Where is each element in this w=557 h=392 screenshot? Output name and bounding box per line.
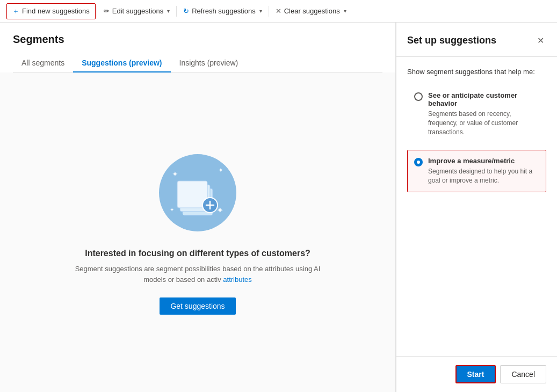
side-panel-body: Show segment suggestions that help me: S… xyxy=(396,57,557,356)
radio-improve-metric[interactable] xyxy=(414,158,423,166)
tab-insights-preview[interactable]: Insights (preview) xyxy=(171,54,247,72)
clear-label: Clear suggestions xyxy=(284,7,340,15)
separator-2 xyxy=(176,6,177,17)
option-content-customer-behavior: See or anticipate customer behavior Segm… xyxy=(428,91,539,136)
page-title: Segments xyxy=(13,33,382,46)
svg-text:✦: ✦ xyxy=(218,166,223,174)
svg-text:✦: ✦ xyxy=(172,170,178,178)
left-panel: Segments All segments Suggestions (previ… xyxy=(0,23,396,392)
main-layout: Segments All segments Suggestions (previ… xyxy=(0,23,557,392)
segments-illustration: ✦ ✦ ✦ ✦ xyxy=(155,150,241,236)
content-link[interactable]: attributes xyxy=(223,275,251,284)
cancel-button[interactable]: Cancel xyxy=(500,365,546,383)
side-panel: Set up suggestions ✕ Show segment sugges… xyxy=(396,23,557,392)
refresh-chevron-icon: ▾ xyxy=(259,8,262,14)
edit-suggestions-button[interactable]: ✏ Edit suggestions ▾ xyxy=(98,4,175,18)
refresh-suggestions-button[interactable]: ↻ Refresh suggestions ▾ xyxy=(178,4,267,18)
option-title-improve-metric: Improve a measure/metric xyxy=(428,157,539,165)
option-desc-improve-metric: Segments designed to help you hit a goal… xyxy=(428,167,539,185)
clear-suggestions-button[interactable]: ✕ Clear suggestions ▾ xyxy=(270,4,352,18)
get-suggestions-button[interactable]: Get suggestions xyxy=(160,297,235,315)
content-title: Interested in focusing on different type… xyxy=(85,249,310,258)
separator-1 xyxy=(97,6,97,17)
plus-icon: ＋ xyxy=(12,6,19,16)
tab-suggestions-preview[interactable]: Suggestions (preview) xyxy=(73,54,170,72)
refresh-label: Refresh suggestions xyxy=(192,7,256,15)
option-customer-behavior[interactable]: See or anticipate customer behavior Segm… xyxy=(407,84,546,143)
option-title-customer-behavior: See or anticipate customer behavior xyxy=(428,91,539,107)
clear-chevron-icon: ▾ xyxy=(344,8,346,14)
side-panel-header: Set up suggestions ✕ xyxy=(396,23,557,57)
side-panel-footer: Start Cancel xyxy=(396,356,557,392)
find-new-suggestions-button[interactable]: ＋ Find new suggestions xyxy=(6,3,96,19)
tabs-bar: All segments Suggestions (preview) Insig… xyxy=(13,54,382,72)
content-area: ✦ ✦ ✦ ✦ Interested in focusing on differ… xyxy=(0,72,395,392)
edit-icon: ✏ xyxy=(104,7,110,15)
radio-customer-behavior[interactable] xyxy=(414,92,423,101)
content-desc: Segment suggestions are segment possibil… xyxy=(69,264,327,285)
edit-chevron-icon: ▾ xyxy=(167,8,170,14)
side-panel-subtitle: Show segment suggestions that help me: xyxy=(407,68,546,76)
svg-text:✦: ✦ xyxy=(170,207,174,213)
option-improve-metric[interactable]: Improve a measure/metric Segments design… xyxy=(407,150,546,192)
tab-all-segments[interactable]: All segments xyxy=(13,54,73,72)
option-desc-customer-behavior: Segments based on recency, frequency, or… xyxy=(428,110,539,136)
find-new-label: Find new suggestions xyxy=(22,7,90,15)
start-button[interactable]: Start xyxy=(455,365,496,383)
refresh-icon: ↻ xyxy=(183,7,189,15)
page-header: Segments All segments Suggestions (previ… xyxy=(0,23,395,72)
option-content-improve-metric: Improve a measure/metric Segments design… xyxy=(428,157,539,185)
clear-icon: ✕ xyxy=(276,7,281,15)
toolbar: ＋ Find new suggestions ✏ Edit suggestion… xyxy=(0,0,557,23)
side-panel-title: Set up suggestions xyxy=(407,35,496,46)
edit-label: Edit suggestions xyxy=(112,7,163,15)
separator-3 xyxy=(269,6,269,17)
side-panel-close-button[interactable]: ✕ xyxy=(535,33,546,48)
